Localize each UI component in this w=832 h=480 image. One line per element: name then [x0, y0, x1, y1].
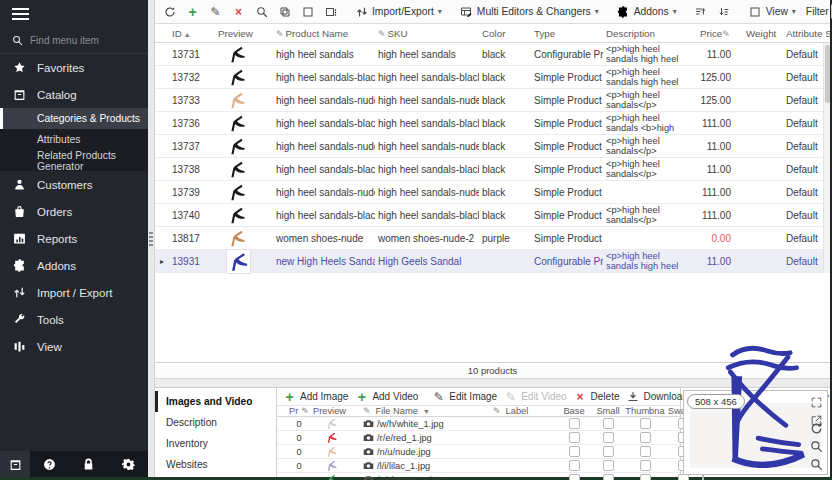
small-checkbox[interactable] [603, 418, 614, 429]
help-button[interactable] [30, 458, 69, 471]
column-header-base[interactable]: Base [557, 406, 591, 416]
small-checkbox[interactable] [603, 432, 614, 443]
base-checkbox[interactable] [569, 418, 580, 429]
product-row[interactable]: ▸ 13738 high heel sandals-black-37 high … [155, 158, 830, 181]
sidebar-search[interactable]: Find menu item [0, 28, 148, 54]
sort-az-button[interactable] [691, 3, 712, 20]
hamburger-menu-button[interactable] [0, 0, 148, 28]
column-header-preview[interactable]: Preview [311, 406, 361, 416]
search-button[interactable] [251, 3, 272, 20]
refresh-button[interactable] [159, 3, 180, 20]
sidebar-item-related-products-generator[interactable]: Related Products Generator [0, 150, 148, 171]
add-video-button[interactable]: +Add Video [352, 388, 421, 405]
detail-tab[interactable]: Inventory [155, 433, 276, 454]
product-row[interactable]: ▸ 13740 high heel sandals-black-38 high … [155, 204, 830, 227]
sidebar-item-attributes[interactable]: Attributes [0, 129, 148, 150]
detail-tab[interactable]: Websites [155, 454, 276, 475]
edit-image-button[interactable]: ✎Edit Image [429, 388, 500, 405]
select-button[interactable] [297, 3, 318, 20]
product-name: high heel sandals-black-37 [273, 164, 375, 175]
sidebar-item-view[interactable]: View [0, 333, 148, 360]
product-row[interactable]: ▸ 13739 high heel sandals-nude-37 high h… [155, 181, 830, 204]
zoom-out-button[interactable] [810, 457, 823, 470]
product-row[interactable]: ▸ 13733 high heel sandals-nude high heel… [155, 89, 830, 112]
base-checkbox[interactable] [569, 474, 580, 480]
multi-editors-menu[interactable]: Multi Editors & Changers ▾ [456, 3, 603, 20]
import-export-menu[interactable]: Import/Export ▾ [351, 3, 446, 20]
column-header-id[interactable]: ID▲ [169, 28, 215, 39]
thumbnail-checkbox[interactable] [640, 474, 651, 480]
image-row[interactable]: ▸ 0 /n/u/nude.jpg [277, 445, 680, 459]
image-row[interactable]: ▸ 0 /w/h/white_1.jpg [277, 417, 680, 431]
column-header-thumbnail[interactable]: Thumbna [625, 406, 665, 416]
delete-image-button[interactable]: ×Delete [571, 388, 623, 405]
product-id: 13817 [169, 233, 215, 244]
product-id: 13731 [169, 49, 215, 60]
fullscreen-button[interactable] [810, 395, 823, 408]
zoom-in-button[interactable] [810, 439, 823, 452]
image-row[interactable]: ▸ 0 /l/i/lilac_1.jpg [277, 459, 680, 473]
sidebar-item-customers[interactable]: Customers [0, 171, 148, 198]
column-header-weight[interactable]: Weight [743, 28, 783, 39]
add-image-button[interactable]: +Add Image [280, 388, 351, 405]
column-header-sku[interactable]: ✎SKU [375, 28, 479, 39]
store-button[interactable] [0, 451, 30, 477]
settings-button[interactable] [109, 458, 148, 471]
column-header-preview[interactable]: Preview [215, 28, 273, 39]
sidebar-item-reports[interactable]: Reports [0, 225, 148, 252]
sort-order-button[interactable] [714, 3, 735, 20]
column-header-position[interactable]: Pr✎ [287, 406, 311, 416]
base-checkbox[interactable] [569, 432, 580, 443]
sidebar-item-import-export[interactable]: Import / Export [0, 279, 148, 306]
product-row[interactable]: ▸ 13817 women shoes-nude women shoes-nud… [155, 227, 830, 250]
product-row[interactable]: ▸ 13732 high heel sandals-black high hee… [155, 66, 830, 89]
column-header-small[interactable]: Small [591, 406, 625, 416]
detail-tab[interactable]: Images and Video [155, 391, 276, 412]
edit-product-button[interactable]: ✎ [205, 3, 226, 20]
thumbnail-checkbox[interactable] [640, 418, 651, 429]
column-header-label[interactable]: ✎Label [491, 406, 557, 416]
sidebar-splitter[interactable] [148, 0, 155, 477]
select-options-button[interactable] [320, 3, 341, 20]
column-header-type[interactable]: Type [531, 28, 603, 39]
product-name: high heel sandals-black [273, 72, 375, 83]
product-row[interactable]: ▸ 13731 high heel sandals high heel sand… [155, 43, 830, 66]
column-header-file-name[interactable]: ✎File Name▼ [361, 406, 491, 416]
grid-scrollbar[interactable] [823, 43, 830, 273]
addons-menu[interactable]: Addons ▾ [613, 3, 681, 20]
sidebar-item-orders[interactable]: Orders [0, 198, 148, 225]
base-checkbox[interactable] [569, 446, 580, 457]
sidebar-item-catalog[interactable]: Catalog [0, 81, 148, 108]
thumbnail-checkbox[interactable] [640, 446, 651, 457]
thumbnail-checkbox[interactable] [640, 432, 651, 443]
lock-button[interactable] [69, 458, 108, 471]
edit-video-button[interactable]: ✎Edit Video [501, 388, 569, 405]
column-header-price[interactable]: Price✎ [697, 28, 743, 39]
delete-product-button[interactable]: × [228, 3, 249, 20]
small-checkbox[interactable] [603, 460, 614, 471]
duplicate-button[interactable] [274, 3, 295, 20]
grid-scrollbar-thumb[interactable] [825, 45, 830, 103]
thumbnail-checkbox[interactable] [640, 460, 651, 471]
column-header-color[interactable]: Color [479, 28, 531, 39]
image-row[interactable]: ▸ 0 /g/r/green_2.jpg [277, 473, 680, 480]
small-checkbox[interactable] [603, 446, 614, 457]
detail-tab[interactable]: Categories [155, 475, 276, 480]
detail-tab[interactable]: Description [155, 412, 276, 433]
product-row[interactable]: ▸ 13736 high heel sandals-black-36 high … [155, 112, 830, 135]
image-row[interactable]: ▸ 0 /r/e/red_1.jpg [277, 431, 680, 445]
product-row[interactable]: ▸ 13737 high heel sandals-nude-36 high h… [155, 135, 830, 158]
sidebar-item-categories-products[interactable]: Categories & Products [0, 108, 148, 129]
column-header-description[interactable]: Description [603, 28, 697, 39]
rotate-button[interactable] [810, 421, 823, 434]
column-header-attribute-set[interactable]: Attribute Set Name [783, 28, 830, 39]
sidebar-item-favorites[interactable]: Favorites [0, 54, 148, 81]
view-menu[interactable]: View ▾ [745, 3, 800, 20]
product-row[interactable]: ▸ 13931 new High Heels Sandals High Geel… [155, 250, 830, 273]
sidebar-item-tools[interactable]: Tools [0, 306, 148, 333]
base-checkbox[interactable] [569, 460, 580, 471]
small-checkbox[interactable] [603, 474, 614, 480]
add-product-button[interactable]: + [182, 3, 203, 20]
sidebar-item-addons[interactable]: Addons [0, 252, 148, 279]
column-header-product-name[interactable]: ✎Product Name [273, 28, 375, 39]
